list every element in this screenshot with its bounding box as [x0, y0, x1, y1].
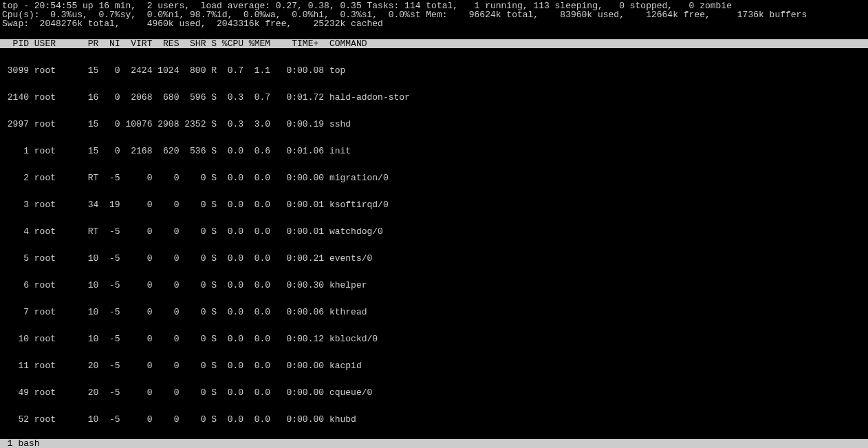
- summary-line-mem: Mem: 96624k total, 83960k used, 12664k f…: [426, 10, 807, 20]
- table-row: 5 root 10 -5 0 0 0 S 0.0 0.0 0:00.21 eve…: [2, 254, 866, 263]
- top-summary-block: top - 20:54:55 up 16 min, 2 users, load …: [0, 0, 868, 30]
- process-table-body[interactable]: 3099 root 15 0 2424 1024 800 R 0.7 1.1 0…: [0, 48, 868, 448]
- process-table-header: PID USER PR NI VIRT RES SHR S %CPU %MEM …: [0, 39, 868, 48]
- table-row: 3 root 34 19 0 0 0 S 0.0 0.0 0:00.01 kso…: [2, 200, 866, 209]
- terminal-screen[interactable]: { "top_pane": { "summary": { "l1": "top …: [0, 0, 868, 448]
- summary-line-swap: Swap: 2048276k total, 4960k used, 204331…: [2, 19, 383, 29]
- table-row: 7 root 10 -5 0 0 0 S 0.0 0.0 0:00.06 kth…: [2, 308, 866, 317]
- table-row: 2140 root 16 0 2068 680 596 S 0.3 0.7 0:…: [2, 93, 866, 102]
- table-row: 4 root RT -5 0 0 0 S 0.0 0.0 0:00.01 wat…: [2, 227, 866, 236]
- table-row: 3099 root 15 0 2424 1024 800 R 0.7 1.1 0…: [2, 66, 866, 75]
- table-row: 6 root 10 -5 0 0 0 S 0.0 0.0 0:00.30 khe…: [2, 281, 866, 290]
- table-row: 1 root 15 0 2168 620 536 S 0.0 0.6 0:01.…: [2, 147, 866, 156]
- table-row: 10 root 10 -5 0 0 0 S 0.0 0.0 0:00.12 kb…: [2, 334, 866, 343]
- pane-1-status-bar: 1 bash: [0, 439, 868, 448]
- table-row: 2 root RT -5 0 0 0 S 0.0 0.0 0:00.00 mig…: [2, 173, 866, 182]
- table-row: 2997 root 15 0 10076 2908 2352 S 0.3 3.0…: [2, 120, 866, 129]
- table-row: 49 root 20 -5 0 0 0 S 0.0 0.0 0:00.00 cq…: [2, 388, 866, 397]
- table-row: 52 root 10 -5 0 0 0 S 0.0 0.0 0:00.00 kh…: [2, 415, 866, 424]
- table-row: 11 root 20 -5 0 0 0 S 0.0 0.0 0:00.00 ka…: [2, 361, 866, 370]
